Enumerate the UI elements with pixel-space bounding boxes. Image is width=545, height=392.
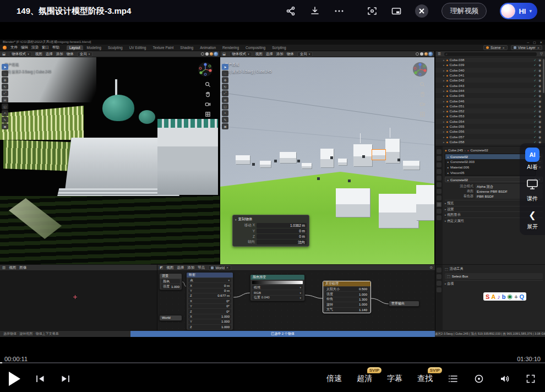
menu-item[interactable]: 视图: [9, 265, 16, 270]
pip-icon[interactable]: [391, 6, 402, 17]
breadcrumb-object[interactable]: Cube.245: [448, 148, 463, 152]
outliner-item-label[interactable]: Cube.054: [450, 119, 465, 123]
window-button[interactable]: ─: [527, 41, 529, 44]
expand-arrow-icon[interactable]: [443, 58, 445, 62]
outliner-item-label[interactable]: Cube.045: [450, 94, 465, 97]
node-field[interactable]: 颜色: [161, 279, 180, 284]
visibility-toggles[interactable]: [534, 124, 542, 128]
outliner-item-label[interactable]: Cube.040: [450, 68, 465, 72]
tool-icon[interactable]: ✎: [222, 117, 228, 123]
node-field[interactable]: Z0.677 m: [188, 293, 231, 298]
tool-icon[interactable]: ✥: [2, 77, 8, 83]
menu-item[interactable]: 添加: [187, 265, 194, 270]
outliner-item[interactable]: Cube.040: [435, 68, 542, 73]
expand-arrow-icon[interactable]: [443, 104, 445, 108]
outliner-item[interactable]: Cube.044: [435, 88, 542, 93]
seek-bar[interactable]: [0, 362, 545, 363]
expand-arrow-icon[interactable]: [443, 124, 445, 128]
node-header[interactable]: 映射: [187, 273, 233, 277]
pan-hand-icon[interactable]: [419, 91, 426, 97]
field-value[interactable]: 1.0362 m: [257, 223, 307, 228]
visibility-toggles[interactable]: [534, 73, 542, 77]
menu-item[interactable]: 窗口: [42, 45, 49, 50]
outliner-item-label[interactable]: Cube.044: [450, 89, 465, 92]
close-icon[interactable]: [415, 4, 428, 18]
navigation-gizmo[interactable]: [198, 62, 213, 77]
previous-episode-button[interactable]: [35, 373, 46, 384]
viewport-menu-item[interactable]: 视图: [35, 52, 42, 57]
courseware-button[interactable]: 课件: [526, 178, 539, 203]
workspace-tab[interactable]: Animation: [197, 45, 219, 50]
menu-item[interactable]: 编辑: [21, 45, 28, 50]
expand-arrow-icon[interactable]: [443, 73, 445, 77]
window-buttons[interactable]: ─▢✕: [527, 41, 542, 44]
node-field[interactable]: 仰角1.300: [325, 297, 369, 302]
mode-select[interactable]: 物体模式▾: [229, 52, 252, 57]
share-icon[interactable]: [285, 6, 296, 17]
tool-icon[interactable]: ◱: [2, 104, 8, 110]
viewport-menu-item[interactable]: 视图: [255, 52, 263, 57]
workspace-tab[interactable]: Compositing: [243, 45, 268, 50]
shading-mode-icons[interactable]: [416, 52, 432, 56]
visibility-toggles[interactable]: [534, 89, 542, 92]
more-icon[interactable]: [334, 6, 345, 17]
subtitle-button[interactable]: 字幕: [387, 374, 402, 384]
tool-icon[interactable]: ▣: [222, 123, 228, 129]
properties-tab[interactable]: [437, 209, 442, 214]
node-header[interactable]: 背景: [160, 274, 182, 279]
outliner-item-label[interactable]: Cube.055: [450, 124, 465, 128]
outliner-item-label[interactable]: Cube.046: [450, 99, 465, 103]
visibility-toggles[interactable]: [534, 129, 542, 133]
tool-icon[interactable]: ➤: [222, 64, 228, 70]
expand-arrow-icon[interactable]: [443, 109, 445, 113]
camera-icon[interactable]: [205, 101, 211, 107]
user-avatar[interactable]: HI ▾: [500, 3, 537, 19]
properties-tab-material-active[interactable]: [437, 202, 442, 207]
zoom-icon[interactable]: [205, 81, 211, 88]
outliner-item-label[interactable]: Cube.052: [450, 109, 465, 113]
node-background[interactable]: 背景 颜色强度1.000: [159, 273, 182, 290]
menu-item[interactable]: 图像: [19, 265, 26, 270]
operator-redo-panel[interactable]: ▾复制物体 移动 X 1.0362 m Y 0 m Z 0 m: [232, 215, 309, 247]
node-world-stub[interactable]: World: [159, 315, 182, 321]
tool-icon[interactable]: ⌖: [222, 110, 228, 116]
expand-button[interactable]: ❮ 展开: [527, 209, 538, 231]
tool-icon[interactable]: ⊞: [2, 97, 8, 103]
node-field[interactable]: 太阳大小0.500: [325, 287, 369, 291]
outliner-item[interactable]: Cube.054: [435, 119, 542, 124]
quality-button[interactable]: 超清SVIP: [357, 374, 372, 384]
pan-hand-icon[interactable]: [205, 91, 211, 97]
outliner-type-icon[interactable]: ☰: [438, 52, 441, 56]
color-ramp-gradient[interactable]: [252, 281, 303, 284]
scene-select[interactable]: Scene✕: [483, 45, 508, 50]
node-field[interactable]: RGB▾: [252, 290, 303, 295]
properties-tab[interactable]: [437, 268, 442, 273]
viewport-menu-item[interactable]: 添加: [276, 52, 284, 57]
visibility-toggles[interactable]: [534, 99, 542, 103]
editor-type-icon[interactable]: ◩: [160, 265, 163, 270]
node-field[interactable]: 旋转1.000: [325, 302, 369, 307]
workspace-tab[interactable]: Texture Paint: [150, 45, 176, 50]
node-header[interactable]: World: [160, 315, 182, 320]
visibility-toggles[interactable]: [534, 135, 542, 139]
tool-icon[interactable]: ↻: [2, 84, 8, 90]
solid-scene-canvas[interactable]: 用户透视 (28) 迷宫2-3.5avg | Cube.245 ➤◌✥↻⤢⊞◱⌖…: [220, 57, 434, 264]
outliner-item[interactable]: Cube.051: [435, 104, 542, 108]
properties-tab[interactable]: [437, 274, 442, 279]
node-field[interactable]: Y0 m: [188, 288, 231, 293]
outliner-search-input[interactable]: ⌕: [444, 52, 537, 56]
tool-icon[interactable]: ↻: [222, 84, 228, 90]
node-type-select[interactable]: 点▾: [188, 278, 231, 282]
workspace-tab[interactable]: UV Editing: [127, 45, 149, 50]
node-field[interactable]: 强度1.000: [325, 292, 369, 296]
node-field[interactable]: 位置 0.040▾: [252, 296, 303, 300]
node-header[interactable]: 世界输出: [389, 301, 419, 306]
node-field[interactable]: Z0°: [188, 309, 231, 313]
node-field[interactable]: 线性▾: [252, 285, 303, 290]
node-field[interactable]: X0°: [188, 299, 231, 303]
node-world-output[interactable]: 世界输出: [389, 301, 419, 307]
outliner-item[interactable]: Cube.053: [435, 113, 542, 118]
tool-icon[interactable]: ⌖: [2, 110, 8, 116]
properties-tab[interactable]: [437, 156, 442, 161]
playlist-icon[interactable]: [448, 373, 459, 384]
